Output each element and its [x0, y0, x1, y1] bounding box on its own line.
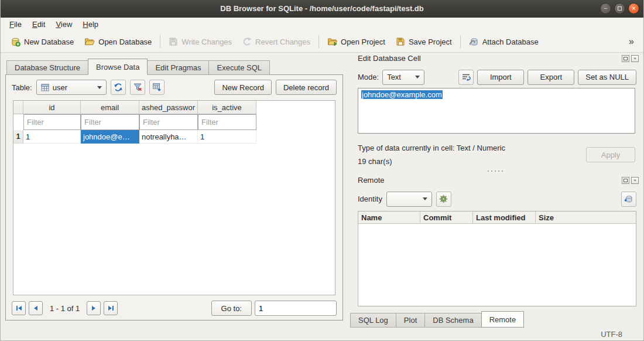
dock-tab-remote[interactable]: Remote: [481, 311, 525, 328]
apply-button[interactable]: Apply: [586, 147, 635, 162]
next-page-button[interactable]: [87, 301, 101, 315]
cell-hashed-password[interactable]: notreallyha…: [139, 130, 198, 144]
goto-button[interactable]: Go to:: [211, 301, 252, 316]
toolbar: New Database Open Database Write Changes…: [1, 31, 643, 53]
remote-column-commit[interactable]: Commit: [420, 212, 473, 223]
window-title: DB Browser for SQLite - /home/user/code/…: [220, 4, 423, 13]
new-database-icon: [11, 37, 20, 47]
grid-filter-row: [13, 114, 335, 130]
close-icon: ×: [632, 5, 635, 12]
float-icon: [624, 179, 628, 182]
revert-changes-button[interactable]: Revert Changes: [237, 34, 316, 49]
identity-label: Identity: [358, 195, 382, 203]
next-page-icon: [91, 305, 97, 311]
close-button[interactable]: ×: [628, 3, 639, 14]
filter-input-id[interactable]: [23, 114, 81, 130]
first-page-button[interactable]: [12, 301, 26, 315]
main-tab-bar: Database Structure Browse Data Edit Prag…: [6, 59, 270, 75]
clone-database-button[interactable]: [621, 192, 636, 207]
cell-email-selected[interactable]: johndoe@e…: [81, 130, 139, 144]
write-changes-button[interactable]: Write Changes: [163, 34, 237, 49]
main-tabs-area: Database Structure Browse Data Edit Prag…: [5, 59, 343, 320]
identity-settings-button[interactable]: [436, 192, 451, 207]
table-select[interactable]: user: [36, 80, 107, 95]
identity-select[interactable]: [386, 192, 432, 207]
set-as-null-button[interactable]: Set as NULL: [578, 70, 636, 85]
menu-view[interactable]: View: [50, 19, 77, 30]
menubar: File Edit View Help: [1, 18, 643, 31]
tab-database-structure[interactable]: Database Structure: [6, 60, 88, 75]
cell-id[interactable]: 1: [23, 130, 81, 144]
tab-execute-sql[interactable]: Execute SQL: [209, 60, 270, 75]
dock-tab-sql-log[interactable]: SQL Log: [350, 313, 396, 328]
splitter-dot: [502, 170, 503, 172]
table-icon: [41, 84, 49, 91]
record-count: 1 - 1 of 1: [50, 304, 80, 313]
open-database-button[interactable]: Open Database: [79, 34, 157, 49]
menu-edit[interactable]: Edit: [27, 19, 50, 30]
open-project-button[interactable]: Open Project: [322, 34, 390, 49]
minimize-icon: −: [604, 5, 607, 12]
column-header-email[interactable]: email: [81, 101, 139, 114]
remote-column-name[interactable]: Name: [358, 212, 420, 223]
dock-splitter-handle[interactable]: [347, 169, 643, 173]
row-header[interactable]: 1: [13, 130, 23, 144]
word-wrap-icon: [461, 73, 471, 82]
grid-header-row: id email ashed_passwor is_active: [13, 101, 335, 114]
app-window: DB Browser for SQLite - /home/user/code/…: [0, 0, 644, 341]
cell-editor[interactable]: johndoe@example.com: [358, 88, 635, 134]
cell-is-active[interactable]: 1: [198, 130, 256, 144]
goto-input[interactable]: [255, 301, 337, 316]
remote-float-button[interactable]: [622, 177, 629, 184]
save-table-button[interactable]: [149, 80, 165, 95]
tab-browse-data[interactable]: Browse Data: [88, 59, 148, 75]
maximize-button[interactable]: [614, 3, 625, 14]
menu-help[interactable]: Help: [77, 19, 104, 30]
column-header-is-active[interactable]: is_active: [198, 101, 256, 114]
write-changes-icon: [169, 37, 178, 46]
previous-page-button[interactable]: [29, 301, 43, 315]
word-wrap-button[interactable]: [458, 70, 474, 85]
attach-database-icon: [469, 37, 479, 47]
browse-data-panel: Table: user: [5, 74, 343, 320]
first-page-icon: [16, 305, 22, 311]
edit-cell-float-button[interactable]: [622, 55, 629, 62]
column-header-hashed-password[interactable]: ashed_passwor: [139, 101, 198, 114]
toolbar-overflow-button[interactable]: »: [624, 36, 639, 47]
last-page-button[interactable]: [104, 301, 118, 315]
menu-file[interactable]: File: [4, 19, 27, 30]
table-row: 1 1 johndoe@e… notreallyha… 1: [13, 130, 335, 144]
column-header-id[interactable]: id: [23, 101, 81, 114]
import-button[interactable]: Import: [477, 70, 524, 85]
refresh-button[interactable]: [111, 80, 126, 95]
edit-cell-close-button[interactable]: ×: [631, 55, 639, 62]
dock-tab-db-schema[interactable]: DB Schema: [425, 313, 481, 328]
dock-tab-plot[interactable]: Plot: [396, 313, 425, 328]
splitter-dot: [495, 170, 496, 172]
delete-record-button[interactable]: Delete record: [276, 80, 337, 95]
filter-input-is-active[interactable]: [198, 114, 256, 130]
mode-select[interactable]: Text: [382, 70, 424, 85]
remote-column-size[interactable]: Size: [536, 212, 636, 223]
remote-title: Remote: [358, 176, 385, 185]
clear-filters-button[interactable]: [130, 80, 145, 95]
save-project-icon: [396, 37, 405, 46]
cell-type-info: Type of data currently in cell: Text / N…: [358, 144, 505, 152]
filter-input-hashed-password[interactable]: [139, 114, 198, 130]
new-database-button[interactable]: New Database: [5, 34, 79, 50]
remote-column-last-modified[interactable]: Last modified: [473, 212, 536, 223]
table-controls: Table: user: [12, 79, 337, 96]
remote-close-button[interactable]: ×: [631, 177, 639, 184]
export-button[interactable]: Export: [527, 70, 574, 85]
filter-input-email[interactable]: [81, 114, 139, 130]
table-label: Table:: [12, 83, 32, 92]
attach-database-button[interactable]: Attach Database: [464, 34, 544, 50]
remote-table: Name Commit Last modified Size: [358, 211, 636, 306]
save-project-button[interactable]: Save Project: [390, 34, 457, 49]
edit-cell-dock-buttons: ×: [622, 55, 639, 62]
minimize-button[interactable]: −: [600, 3, 611, 14]
grid-corner[interactable]: [13, 101, 23, 114]
splitter-dot: [491, 170, 492, 172]
tab-edit-pragmas[interactable]: Edit Pragmas: [148, 60, 209, 75]
new-record-button[interactable]: New Record: [214, 80, 272, 95]
